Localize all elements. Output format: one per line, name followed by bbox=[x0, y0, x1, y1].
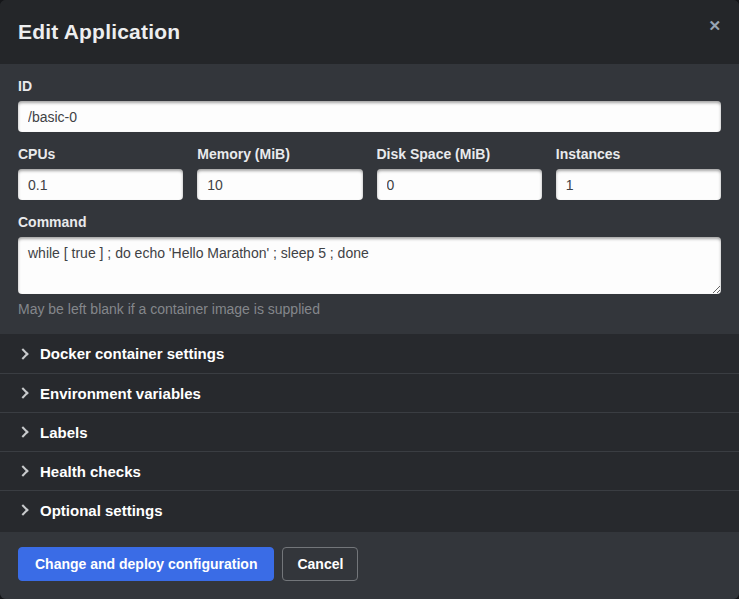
section-label: Optional settings bbox=[40, 502, 163, 519]
section-environment-variables[interactable]: Environment variables bbox=[0, 373, 739, 412]
close-icon[interactable]: ✕ bbox=[702, 12, 727, 39]
section-label: Environment variables bbox=[40, 385, 201, 402]
memory-label: Memory (MiB) bbox=[197, 146, 362, 162]
id-input[interactable] bbox=[18, 101, 721, 132]
application-form: ID CPUs Memory (MiB) Disk Space (MiB) In… bbox=[0, 64, 739, 334]
section-label: Labels bbox=[40, 424, 88, 441]
modal-header: Edit Application ✕ bbox=[0, 0, 739, 64]
id-label: ID bbox=[18, 78, 721, 94]
disk-label: Disk Space (MiB) bbox=[377, 146, 542, 162]
memory-input[interactable] bbox=[197, 169, 362, 200]
section-label: Docker container settings bbox=[40, 345, 224, 362]
disk-input[interactable] bbox=[377, 169, 542, 200]
memory-field-group: Memory (MiB) bbox=[197, 146, 362, 200]
command-textarea[interactable]: while [ true ] ; do echo 'Hello Marathon… bbox=[18, 237, 721, 294]
change-and-deploy-button[interactable]: Change and deploy configuration bbox=[18, 547, 274, 581]
chevron-right-icon bbox=[17, 348, 28, 359]
settings-accordion: Docker container settings Environment va… bbox=[0, 334, 739, 532]
chevron-right-icon bbox=[17, 426, 28, 437]
command-help-text: May be left blank if a container image i… bbox=[18, 301, 721, 318]
instances-input[interactable] bbox=[556, 169, 721, 200]
chevron-right-icon bbox=[17, 387, 28, 398]
section-labels[interactable]: Labels bbox=[0, 412, 739, 451]
edit-application-modal: Edit Application ✕ ID CPUs Memory (MiB) … bbox=[0, 0, 739, 599]
chevron-right-icon bbox=[17, 465, 28, 476]
instances-label: Instances bbox=[556, 146, 721, 162]
section-label: Health checks bbox=[40, 463, 141, 480]
section-optional-settings[interactable]: Optional settings bbox=[0, 490, 739, 529]
resources-row: CPUs Memory (MiB) Disk Space (MiB) Insta… bbox=[18, 146, 721, 200]
cpus-label: CPUs bbox=[18, 146, 183, 162]
chevron-right-icon bbox=[17, 504, 28, 515]
command-label: Command bbox=[18, 214, 721, 230]
id-field-group: ID bbox=[18, 78, 721, 132]
section-docker-container-settings[interactable]: Docker container settings bbox=[0, 334, 739, 373]
instances-field-group: Instances bbox=[556, 146, 721, 200]
modal-title: Edit Application bbox=[18, 20, 180, 44]
command-field-group: Command while [ true ] ; do echo 'Hello … bbox=[18, 214, 721, 318]
cancel-button[interactable]: Cancel bbox=[282, 547, 358, 581]
cpus-input[interactable] bbox=[18, 169, 183, 200]
section-health-checks[interactable]: Health checks bbox=[0, 451, 739, 490]
cpus-field-group: CPUs bbox=[18, 146, 183, 200]
disk-field-group: Disk Space (MiB) bbox=[377, 146, 542, 200]
modal-footer: Change and deploy configuration Cancel bbox=[0, 532, 739, 599]
